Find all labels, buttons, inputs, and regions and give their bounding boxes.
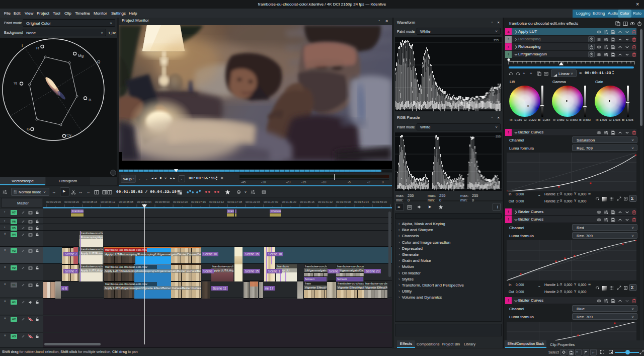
svg-text:B: B xyxy=(89,98,91,102)
svg-text:255: 255 xyxy=(494,39,499,42)
svg-text:Cy: Cy xyxy=(66,133,71,137)
svg-text:Q: Q xyxy=(97,59,100,64)
svg-text:Yl: Yl xyxy=(14,81,17,86)
svg-text:R: R xyxy=(36,46,39,50)
svg-text:255: 255 xyxy=(496,135,501,138)
svg-text:G: G xyxy=(27,127,30,131)
svg-text:I: I xyxy=(22,43,23,48)
svg-text:Mg: Mg xyxy=(78,53,84,58)
